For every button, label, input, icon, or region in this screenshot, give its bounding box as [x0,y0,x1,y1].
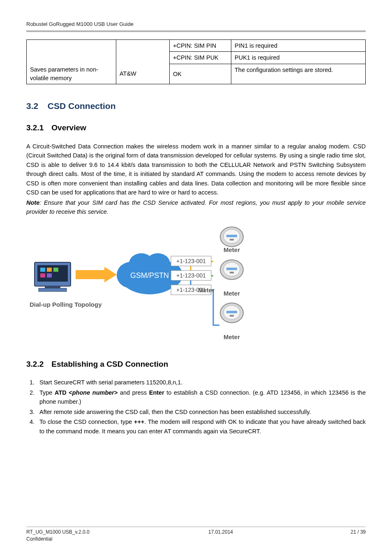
step-text: Type [39,389,55,396]
svg-rect-25 [226,268,237,270]
svg-rect-21 [226,235,237,237]
note-label: Note [26,199,39,206]
subsection-title: Establishing a CSD Connection [51,360,168,368]
subsection-number: 3.2.1 [26,123,49,134]
cell-empty [116,40,170,64]
overview-paragraph: A Circuit-Switched Data Connection makes… [26,142,366,197]
svg-rect-4 [53,268,58,272]
svg-point-15 [145,253,170,274]
section-title: CSD Connection [48,101,116,111]
meter-icon [220,260,243,280]
meter-label-3: Meter [224,333,240,340]
svg-rect-2 [40,268,45,272]
topology-diagram: GSM/PSTN Dial-up Polling Topology +1-123… [26,222,256,351]
step-text: To close the CSD connection, type [39,419,134,425]
list-item: Start SecureCRT with serial parameters 1… [36,378,366,387]
step-bold: ATD < [55,389,72,396]
meter-label-2b: Meter [198,287,214,294]
subsection-title: Overview [51,123,86,132]
svg-rect-22 [230,239,234,240]
table-row: +CPIN: SIM PIN PIN1 is required [27,40,366,52]
meter-label-2: Meter [224,290,240,297]
cell-desc: The configuration settings are stored. [231,64,366,84]
section-number: 3.2 [26,100,45,112]
subsection-heading-overview: 3.2.1 Overview [26,123,366,134]
svg-marker-10 [104,267,117,282]
cell-desc: PIN1 is required [231,40,366,52]
svg-rect-3 [47,268,52,272]
table-row: Saves parameters in non-volatile memory … [27,64,366,84]
cell-param: Saves parameters in non-volatile memory [27,64,116,84]
subsection-number: 3.2.2 [26,359,49,370]
footer-page-number: 21 / 39 [333,529,366,536]
svg-rect-5 [40,273,45,278]
dial-number-2: +1-123-001 [176,272,206,279]
page-header: Robustel GoRugged M1000 USB User Guide [26,21,366,28]
at-commands-table: +CPIN: SIM PIN PIN1 is required +CPIN: S… [26,39,366,84]
meter-icon [220,303,243,323]
cell-desc: PUK1 is required [231,52,366,64]
svg-rect-8 [39,288,67,291]
header-rule [26,30,366,32]
svg-rect-6 [47,273,52,278]
svg-rect-7 [45,286,60,288]
step-text: and press [118,389,149,396]
cell-empty [27,40,116,64]
meter-label-1: Meter [224,246,240,253]
dial-number-1: +1-123-001 [176,258,206,264]
cell-response: OK [170,64,231,84]
list-item: To close the CSD connection, type +++. T… [36,417,366,436]
footer-confidential: Confidential [26,536,366,543]
list-item: Type ATD <phone number> and press Enter … [36,388,366,407]
footer-date: 17.01.2014 [108,529,333,536]
note-body: : Ensure that your SIM card has the CSD … [26,199,366,215]
cell-response: +CPIN: SIM PIN [170,40,231,52]
page-footer: RT_UG_M1000 USB_v.2.0.0 17.01.2014 21 / … [26,527,366,543]
step-bold: +++ [134,419,144,425]
cell-cmd: AT&W [116,64,170,84]
cloud-label: GSM/PSTN [130,271,169,280]
section-heading-csd: 3.2 CSD Connection [26,100,366,112]
steps-list: Start SecureCRT with serial parameters 1… [36,378,366,436]
meter-icon [220,227,243,247]
footer-doc-id: RT_UG_M1000 USB_v.2.0.0 [26,529,108,536]
svg-rect-26 [230,272,234,273]
step-bold: Enter [149,389,164,396]
svg-rect-9 [76,270,104,279]
svg-rect-30 [230,315,234,317]
svg-rect-29 [226,311,237,313]
footer-rule [26,527,366,527]
subsection-heading-establishing: 3.2.2 Establishing a CSD Connection [26,359,366,370]
step-italic: phone number [72,389,114,396]
overview-note: Note: Ensure that your SIM card has the … [26,198,366,217]
topology-label: Dial-up Polling Topology [30,301,102,308]
list-item: After remote side answering the CSD call… [36,407,366,416]
cell-response: +CPIN: SIM PUK [170,52,231,64]
